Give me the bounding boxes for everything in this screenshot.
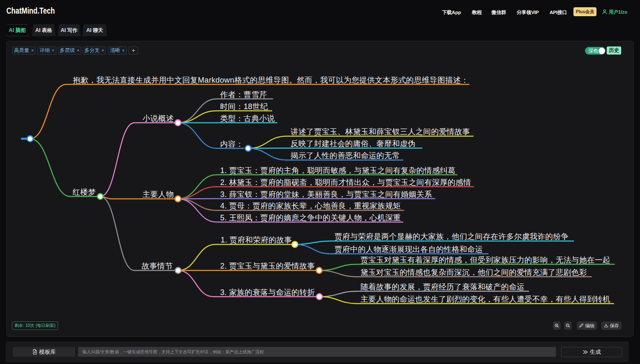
svg-text:贾府与荣府是两个显赫的大家族，他们之间存在许多尔虞我诈的纷争: 贾府与荣府是两个显赫的大家族，他们之间存在许多尔虞我诈的纷争 [335,232,569,241]
svg-text:类型：古典小说: 类型：古典小说 [220,114,275,123]
svg-text:反映了封建社会的庸俗、奢靡和虚伪: 反映了封建社会的庸俗、奢靡和虚伪 [291,139,416,148]
svg-text:2. 贾宝玉与黛玉的爱情故事: 2. 贾宝玉与黛玉的爱情故事 [220,262,315,270]
svg-text:5. 王熙凤：贾府的嫡庶之争中的关键人物，心机深重: 5. 王熙凤：贾府的嫡庶之争中的关键人物，心机深重 [220,214,401,222]
svg-text:主要人物: 主要人物 [143,190,174,199]
svg-text:红楼梦: 红楼梦 [73,188,96,196]
svg-text:时间：18世纪: 时间：18世纪 [220,102,268,111]
svg-text:4. 贾母：贾府的家族长辈，心地善良，重视家族规矩: 4. 贾母：贾府的家族长辈，心地善良，重视家族规矩 [220,202,401,210]
svg-text:随着故事的发展，贾府经历了衰落和破产的命运: 随着故事的发展，贾府经历了衰落和破产的命运 [361,283,524,291]
svg-text:抱歉，我无法直接生成并用中文回复Markdown格式的思维导: 抱歉，我无法直接生成并用中文回复Markdown格式的思维导图。然而，我可以为您… [73,76,468,84]
svg-text:2. 林黛玉：贾府的脂砚斋，聪明而才情出众，与贾宝玉之间有深: 2. 林黛玉：贾府的脂砚斋，聪明而才情出众，与贾宝玉之间有深厚的感情 [220,178,471,187]
svg-text:3. 家族的衰落与命运的转折: 3. 家族的衰落与命运的转折 [220,288,315,297]
svg-text:内容：: 内容： [220,140,244,148]
svg-text:1. 贾宝玉：贾府的主角，聪明而敏感，与黛玉之间有复杂的情感: 1. 贾宝玉：贾府的主角，聪明而敏感，与黛玉之间有复杂的情感纠葛 [220,166,456,175]
svg-text:揭示了人性的善恶和命运的无常: 揭示了人性的善恶和命运的无常 [291,151,400,160]
svg-text:作者：曹雪芹: 作者：曹雪芹 [220,90,267,99]
svg-text:贾府中的人物逐渐展现出各自的性格和命运: 贾府中的人物逐渐展现出各自的性格和命运 [335,245,483,254]
svg-text:黛玉对宝玉的情感也复杂而深沉，他们之间的爱情充满了悲剧色彩: 黛玉对宝玉的情感也复杂而深沉，他们之间的爱情充满了悲剧色彩 [361,268,587,277]
svg-text:主要人物的命运也发生了剧烈的变化，有些人遭受不幸，有些人得到: 主要人物的命运也发生了剧烈的变化，有些人遭受不幸，有些人得到转机 [361,295,611,303]
svg-text:讲述了贾宝玉、林黛玉和薛宝钗三人之间的爱情故事: 讲述了贾宝玉、林黛玉和薛宝钗三人之间的爱情故事 [291,127,470,136]
svg-text:故事情节: 故事情节 [142,262,173,270]
svg-text:3. 薛宝钗：贾府的堂妹，美丽善良，与贾宝玉之间有婚姻关系: 3. 薛宝钗：贾府的堂妹，美丽善良，与贾宝玉之间有婚姻关系 [220,190,432,199]
svg-text:贾宝玉对黛玉有着深厚的情感，但受到家族压力的影响，无法与她在: 贾宝玉对黛玉有着深厚的情感，但受到家族压力的影响，无法与她在一起 [361,256,611,264]
svg-text:1. 贾府和荣府的故事: 1. 贾府和荣府的故事 [221,236,292,244]
svg-text:小说概述: 小说概述 [143,114,174,123]
